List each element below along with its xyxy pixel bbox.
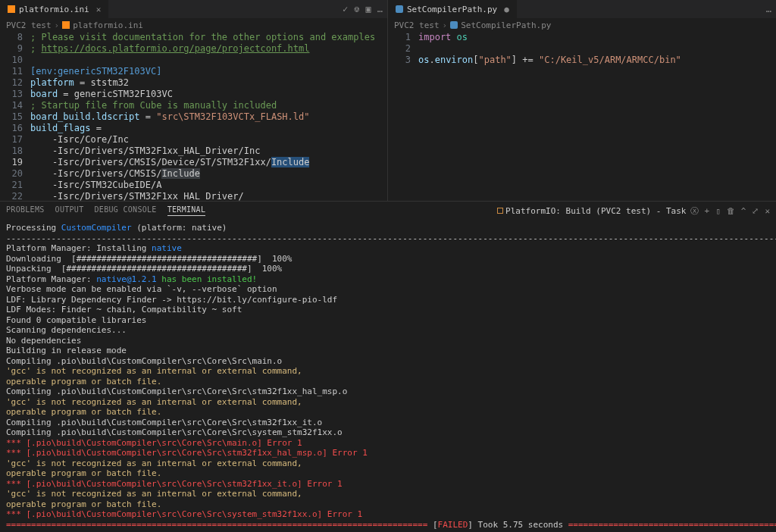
editor-group-left: platformio.ini ✕ ✓ ⎊ ▣ … PVC2 test › pla… xyxy=(0,0,388,201)
breadcrumb-root[interactable]: PVC2 test xyxy=(394,20,440,30)
terminal-output[interactable]: Processing CustomCompiler (platform: nat… xyxy=(0,220,776,532)
more-icon[interactable]: … xyxy=(766,4,771,14)
editor-group-right: SetCompilerPath.py ● … PVC2 test › SetCo… xyxy=(388,0,776,201)
task-icon xyxy=(497,208,503,214)
platformio-icon xyxy=(8,5,15,13)
tab-terminal[interactable]: TERMINAL xyxy=(167,205,206,216)
code-editor-right[interactable]: 123 import osos.environ["path"] += "C:/K… xyxy=(388,32,776,201)
close-icon[interactable]: ⓧ xyxy=(690,205,699,217)
chevron-right-icon: › xyxy=(55,20,60,30)
gutter: 891011121314151617181920212223242526 xyxy=(0,32,30,201)
editor-actions-right: … xyxy=(766,4,771,14)
platformio-icon xyxy=(62,21,70,29)
tab-label: SetCompilerPath.py xyxy=(407,5,497,14)
chevron-right-icon: › xyxy=(443,20,448,30)
maximize-icon[interactable]: ⤢ xyxy=(752,206,759,216)
python-icon xyxy=(396,5,403,13)
panel-tabs: PROBLEMS OUTPUT DEBUG CONSOLE TERMINAL P… xyxy=(0,202,776,220)
editor-actions-left: ✓ ⎊ ▣ … xyxy=(343,4,383,14)
breadcrumb-right[interactable]: PVC2 test › SetCompilerPath.py xyxy=(388,18,776,32)
more-icon[interactable]: … xyxy=(377,4,383,14)
code-content[interactable]: ; Please visit documentation for the oth… xyxy=(30,32,387,201)
trash-icon[interactable]: 🗑 xyxy=(727,206,735,216)
code-editor-left[interactable]: 891011121314151617181920212223242526 ; P… xyxy=(0,32,387,201)
breadcrumb-left[interactable]: PVC2 test › platformio.ini xyxy=(0,18,387,32)
tab-platformio-ini[interactable]: platformio.ini ✕ xyxy=(0,0,109,18)
task-badge[interactable]: PlatformIO: Build (PVC2 test) - Task ⓧ xyxy=(497,205,698,217)
panel-actions: PlatformIO: Build (PVC2 test) - Task ⓧ +… xyxy=(497,205,770,217)
close-icon[interactable]: ✕ xyxy=(96,5,102,14)
code-content[interactable]: import osos.environ["path"] += "C:/Keil_… xyxy=(418,32,776,201)
modified-dot-icon[interactable]: ● xyxy=(504,5,509,14)
task-label: PlatformIO: Build (PVC2 test) - Task xyxy=(505,206,686,216)
plus-icon[interactable]: + xyxy=(705,206,710,216)
split-editor-icon[interactable]: ▣ xyxy=(366,4,371,14)
breadcrumb-file[interactable]: platformio.ini xyxy=(73,20,143,30)
tab-output[interactable]: OUTPUT xyxy=(55,205,84,216)
bottom-panel: PROBLEMS OUTPUT DEBUG CONSOLE TERMINAL P… xyxy=(0,201,776,532)
close-panel-icon[interactable]: ✕ xyxy=(765,206,770,216)
tab-setcompilerpath-py[interactable]: SetCompilerPath.py ● xyxy=(388,0,518,18)
tab-problems[interactable]: PROBLEMS xyxy=(6,205,45,216)
breadcrumb-root[interactable]: PVC2 test xyxy=(6,20,52,30)
gutter: 123 xyxy=(388,32,418,201)
breadcrumb-file[interactable]: SetCompilerPath.py xyxy=(461,20,551,30)
tab-bar-right: SetCompilerPath.py ● … xyxy=(388,0,776,18)
tab-debug-console[interactable]: DEBUG CONSOLE xyxy=(95,205,157,216)
action-icon[interactable]: ⎊ xyxy=(354,4,359,14)
split-terminal-icon[interactable]: ▯ xyxy=(715,206,721,216)
tab-bar-left: platformio.ini ✕ ✓ ⎊ ▣ … xyxy=(0,0,387,18)
chevron-up-icon[interactable]: ^ xyxy=(741,206,746,216)
check-icon[interactable]: ✓ xyxy=(343,4,348,14)
tab-label: platformio.ini xyxy=(19,5,89,14)
python-icon xyxy=(450,21,458,29)
